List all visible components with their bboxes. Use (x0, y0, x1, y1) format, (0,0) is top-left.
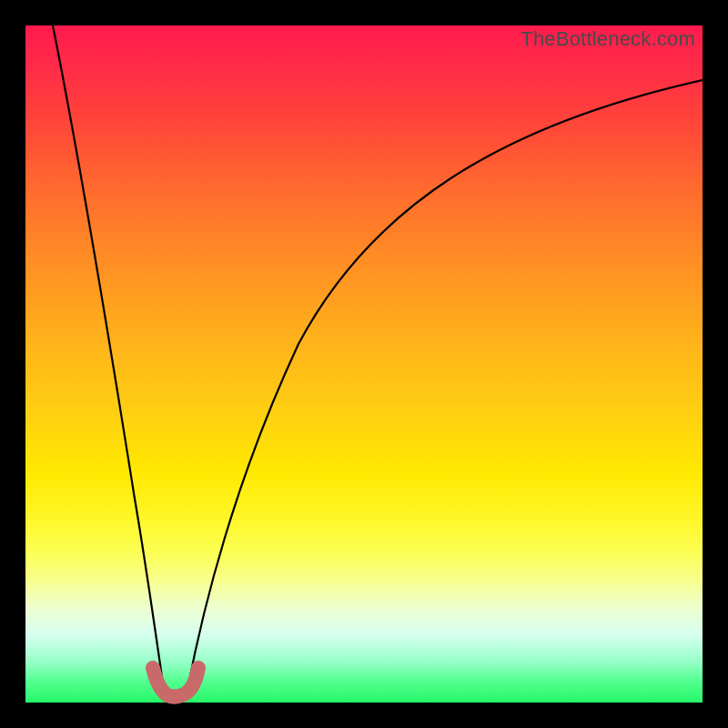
watermark-text: TheBottleneck.com (521, 27, 695, 51)
curve-right-branch (187, 80, 703, 690)
valley-marker (153, 668, 198, 697)
bottleneck-curve (25, 25, 703, 703)
curve-left-branch (53, 25, 164, 690)
plot-area: TheBottleneck.com (25, 25, 703, 703)
